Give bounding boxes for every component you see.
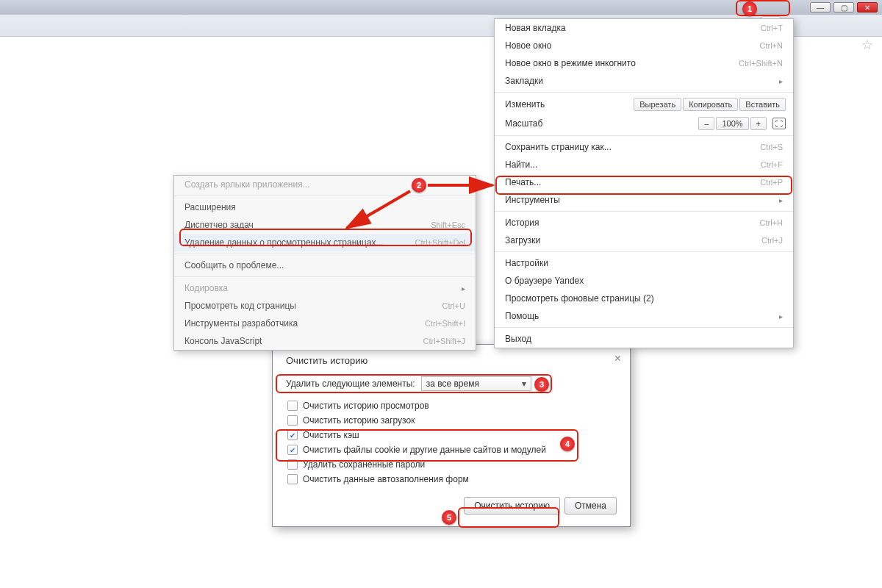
checkbox-cookies[interactable]: ✔ Очистить файлы cookie и другие данные … bbox=[286, 442, 617, 457]
tools-submenu: Создать ярлыки приложения... Расширения … bbox=[173, 175, 476, 351]
paste-button[interactable]: Вставить bbox=[739, 98, 786, 111]
menu-settings[interactable]: Настройки bbox=[495, 254, 793, 272]
main-menu: Новая вкладка Ctrl+T Новое окно Ctrl+N Н… bbox=[494, 18, 794, 348]
menu-separator bbox=[174, 276, 476, 277]
menu-new-window[interactable]: Новое окно Ctrl+N bbox=[495, 37, 793, 54]
menu-label: История bbox=[505, 218, 539, 228]
clear-button[interactable]: Очистить историю bbox=[464, 497, 560, 514]
menu-about[interactable]: О браузере Yandex bbox=[495, 272, 793, 290]
menu-label: Создать ярлыки приложения... bbox=[184, 179, 310, 190]
submenu-report-problem[interactable]: Сообщить о проблеме... bbox=[174, 257, 476, 274]
menu-find[interactable]: Найти... Ctrl+F bbox=[495, 156, 793, 173]
menu-separator bbox=[174, 196, 476, 196]
field-label: Удалить следующие элементы: bbox=[286, 379, 415, 389]
checkbox-label: Очистить историю просмотров bbox=[303, 401, 429, 411]
checkbox-label: Очистить кэш bbox=[303, 430, 359, 440]
menu-shortcut: Ctrl+N bbox=[760, 41, 783, 50]
menu-separator bbox=[495, 211, 793, 212]
chevron-right-icon: ▸ bbox=[779, 312, 783, 320]
menu-label: Новое окно bbox=[505, 40, 552, 51]
timerange-select[interactable]: за все время bbox=[421, 376, 531, 391]
cancel-button[interactable]: Отмена bbox=[564, 497, 617, 514]
menu-label: Удаление данных о просмотренных страница… bbox=[184, 237, 384, 248]
checkbox-cache[interactable]: ✔ Очистить кэш bbox=[286, 428, 617, 442]
bookmark-star-icon[interactable]: ☆ bbox=[861, 37, 873, 53]
fullscreen-icon[interactable]: ⛶ bbox=[772, 118, 786, 129]
checkbox-autofill[interactable]: Очистить данные автозаполнения форм bbox=[286, 472, 617, 487]
menu-new-incognito[interactable]: Новое окно в режиме инкогнито Ctrl+Shift… bbox=[495, 54, 793, 72]
menu-label: Помощь bbox=[505, 311, 539, 321]
menu-shortcut: Ctrl+F bbox=[761, 160, 783, 169]
menu-help[interactable]: Помощь ▸ bbox=[495, 307, 793, 325]
menu-label: Масштаб bbox=[505, 118, 542, 129]
zoom-out-button[interactable]: – bbox=[698, 117, 714, 130]
menu-label: Изменить bbox=[505, 99, 545, 110]
close-button[interactable]: ✕ bbox=[857, 2, 878, 12]
chevron-right-icon: ▸ bbox=[779, 196, 783, 204]
menu-label: Расширения bbox=[184, 202, 236, 212]
menu-separator bbox=[495, 251, 793, 252]
submenu-js-console[interactable]: Консоль JavaScript Ctrl+Shift+J bbox=[174, 332, 476, 350]
checkbox-downloads[interactable]: Очистить историю загрузок bbox=[286, 413, 617, 428]
menu-shortcut: Ctrl+Shift+Del bbox=[415, 238, 465, 247]
copy-button[interactable]: Копировать bbox=[683, 98, 738, 111]
checkbox-history[interactable]: Очистить историю просмотров bbox=[286, 398, 617, 413]
checkbox-label: Очистить данные автозаполнения форм bbox=[303, 474, 469, 484]
menu-new-tab[interactable]: Новая вкладка Ctrl+T bbox=[495, 19, 793, 37]
menu-label: Просмотреть фоновые страницы (2) bbox=[505, 293, 654, 304]
submenu-view-source[interactable]: Просмотреть код страницы Ctrl+U bbox=[174, 297, 476, 315]
minimize-button[interactable]: — bbox=[810, 2, 831, 12]
checkbox-icon bbox=[287, 415, 298, 426]
menu-history[interactable]: История Ctrl+H bbox=[495, 214, 793, 232]
menu-shortcut: Ctrl+Shift+J bbox=[423, 337, 465, 345]
menu-label: Сохранить страницу как... bbox=[505, 142, 612, 152]
menu-save-as[interactable]: Сохранить страницу как... Ctrl+S bbox=[495, 138, 793, 156]
close-icon[interactable]: × bbox=[614, 352, 621, 365]
menu-downloads[interactable]: Загрузки Ctrl+J bbox=[495, 232, 793, 249]
checkbox-label: Удалить сохраненные пароли bbox=[303, 459, 425, 470]
cut-button[interactable]: Вырезать bbox=[634, 98, 681, 111]
menu-label: Просмотреть код страницы bbox=[184, 301, 296, 311]
menu-label: Закладки bbox=[505, 76, 543, 86]
menu-label: Инструменты разработчика bbox=[184, 318, 298, 329]
menu-shortcut: Ctrl+S bbox=[760, 143, 783, 151]
menu-shortcut: Ctrl+T bbox=[761, 24, 783, 32]
checkbox-label: Очистить файлы cookie и другие данные са… bbox=[303, 445, 546, 455]
menu-label: Диспетчер задач bbox=[184, 220, 254, 230]
submenu-extensions[interactable]: Расширения bbox=[174, 198, 476, 216]
menu-shortcut: Ctrl+J bbox=[761, 236, 783, 245]
checkbox-icon: ✔ bbox=[287, 430, 298, 440]
submenu-encoding[interactable]: Кодировка ▸ bbox=[174, 279, 476, 297]
menu-separator bbox=[495, 135, 793, 136]
menu-exit[interactable]: Выход bbox=[495, 330, 793, 348]
menu-label: Сообщить о проблеме... bbox=[184, 260, 284, 270]
menu-tools[interactable]: Инструменты ▸ bbox=[495, 191, 793, 209]
checkbox-icon bbox=[287, 474, 298, 484]
menu-shortcut: Ctrl+U bbox=[442, 301, 465, 310]
menu-print[interactable]: Печать... Ctrl+P bbox=[495, 173, 793, 191]
menu-label: Выход bbox=[505, 334, 531, 344]
menu-label: Консоль JavaScript bbox=[184, 336, 262, 346]
menu-bg-pages[interactable]: Просмотреть фоновые страницы (2) bbox=[495, 290, 793, 307]
menu-label: Загрузки bbox=[505, 235, 540, 245]
menu-label: Кодировка bbox=[184, 283, 228, 293]
chevron-right-icon: ▸ bbox=[462, 284, 465, 293]
maximize-button[interactable]: ▢ bbox=[833, 2, 854, 12]
submenu-clear-browsing-data[interactable]: Удаление данных о просмотренных страница… bbox=[174, 234, 476, 251]
zoom-in-button[interactable]: + bbox=[750, 117, 767, 130]
menu-shortcut: Shift+Esc bbox=[431, 220, 465, 229]
checkbox-label: Очистить историю загрузок bbox=[303, 415, 415, 426]
submenu-task-manager[interactable]: Диспетчер задач Shift+Esc bbox=[174, 216, 476, 234]
checkbox-passwords[interactable]: Удалить сохраненные пароли bbox=[286, 457, 617, 472]
menu-separator bbox=[174, 254, 476, 254]
submenu-dev-tools[interactable]: Инструменты разработчика Ctrl+Shift+I bbox=[174, 315, 476, 332]
chevron-right-icon: ▸ bbox=[779, 77, 783, 85]
menu-shortcut: Ctrl+H bbox=[760, 218, 783, 227]
menu-bookmarks[interactable]: Закладки ▸ bbox=[495, 72, 793, 90]
menu-label: Новая вкладка bbox=[505, 23, 566, 33]
window-titlebar: — ▢ ✕ bbox=[0, 0, 882, 15]
menu-label: Настройки bbox=[505, 258, 548, 268]
menu-label: Инструменты bbox=[505, 195, 560, 205]
submenu-create-shortcut[interactable]: Создать ярлыки приложения... bbox=[174, 176, 476, 193]
menu-separator bbox=[495, 327, 793, 328]
